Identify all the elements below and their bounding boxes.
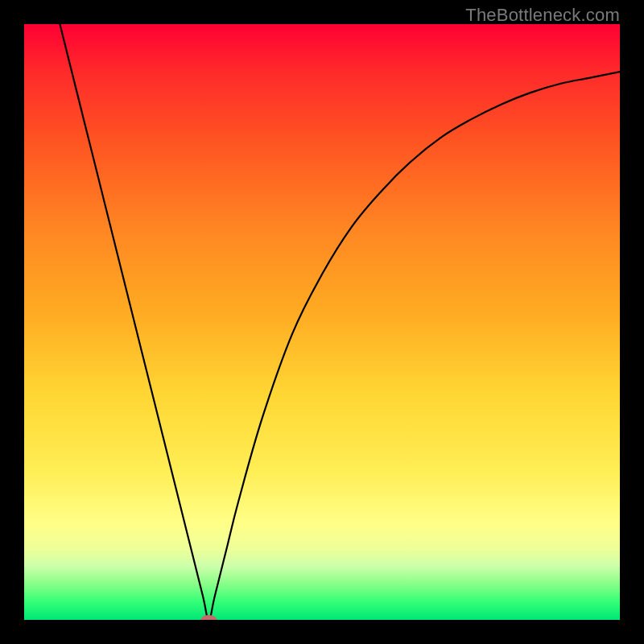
watermark-text: TheBottleneck.com [465,5,620,26]
chart-plot-area [24,24,620,620]
chart-svg [24,24,620,620]
optimal-point-marker [200,615,217,620]
bottleneck-curve [60,24,620,620]
